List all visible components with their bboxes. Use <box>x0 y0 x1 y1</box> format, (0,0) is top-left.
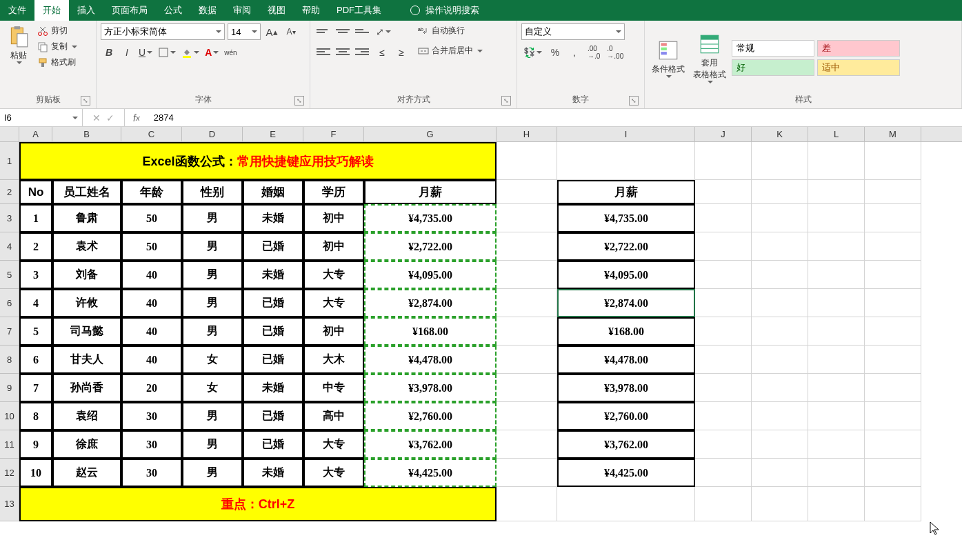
table-cell[interactable]: 30 <box>121 402 182 430</box>
table-cell[interactable]: 50 <box>121 232 182 261</box>
table-cell-i[interactable]: ¥4,735.00 <box>557 204 695 232</box>
table-cell[interactable]: 30 <box>121 430 182 459</box>
indent-decrease-button[interactable]: ≤ <box>374 44 390 61</box>
table-cell[interactable]: 9 <box>19 430 52 459</box>
tell-me-search[interactable]: 操作说明搜索 <box>410 0 479 21</box>
cell[interactable] <box>695 430 752 459</box>
cell[interactable] <box>808 487 865 521</box>
cell[interactable] <box>497 180 557 204</box>
row-header-13[interactable]: 13 <box>0 487 19 521</box>
tab-layout[interactable]: 页面布局 <box>103 0 156 21</box>
table-cell[interactable]: 中专 <box>303 374 364 402</box>
select-all-corner[interactable] <box>0 127 19 141</box>
row-header-7[interactable]: 7 <box>0 317 19 346</box>
col-header-I[interactable]: I <box>557 127 695 141</box>
table-cell-i[interactable]: ¥2,874.00 <box>557 289 695 317</box>
table-cell[interactable]: 大木 <box>303 346 364 374</box>
cell[interactable] <box>808 261 865 289</box>
table-cell[interactable]: 大专 <box>303 459 364 487</box>
cell[interactable] <box>497 374 557 402</box>
table-cell[interactable]: 赵云 <box>52 459 121 487</box>
table-cell[interactable]: 女 <box>182 374 243 402</box>
cell[interactable] <box>497 430 557 459</box>
cell[interactable] <box>752 374 808 402</box>
table-cell[interactable]: 6 <box>19 346 52 374</box>
increase-decimal-button[interactable]: .00→.0 <box>585 44 602 61</box>
table-cell-i[interactable]: ¥3,762.00 <box>557 430 695 459</box>
cell[interactable] <box>695 204 752 232</box>
table-cell-i[interactable]: ¥4,095.00 <box>557 261 695 289</box>
row-header-11[interactable]: 11 <box>0 430 19 459</box>
cell[interactable] <box>497 459 557 487</box>
table-cell-i[interactable]: ¥4,478.00 <box>557 346 695 374</box>
cell[interactable] <box>865 430 921 459</box>
decrease-decimal-button[interactable]: .0→.00 <box>605 44 625 61</box>
clipboard-dialog-launcher[interactable]: ⤡ <box>81 96 90 106</box>
table-cell[interactable]: 40 <box>121 317 182 346</box>
table-cell[interactable]: 40 <box>121 346 182 374</box>
align-top-button[interactable] <box>314 23 332 39</box>
table-cell-i[interactable]: ¥2,760.00 <box>557 402 695 430</box>
table-cell[interactable]: 20 <box>121 374 182 402</box>
cell[interactable] <box>497 402 557 430</box>
table-cell[interactable]: 4 <box>19 289 52 317</box>
table-cell[interactable]: 7 <box>19 374 52 402</box>
cell[interactable] <box>752 261 808 289</box>
font-name-select[interactable]: 方正小标宋简体 <box>101 23 225 40</box>
cell-style-neutral[interactable]: 适中 <box>817 59 900 76</box>
cell[interactable] <box>808 346 865 374</box>
table-cell[interactable]: ¥2,874.00 <box>364 289 497 317</box>
table-cell[interactable]: 50 <box>121 204 182 232</box>
conditional-format-button[interactable]: 条件格式 <box>649 37 688 79</box>
table-cell-i[interactable]: ¥3,978.00 <box>557 374 695 402</box>
table-cell[interactable]: 已婚 <box>243 430 303 459</box>
cell[interactable] <box>865 487 921 521</box>
worksheet[interactable]: ABCDEFGHIJKLM 1Excel函数公式：常用快捷键应用技巧解读2No员… <box>0 127 962 521</box>
cell[interactable] <box>695 261 752 289</box>
cancel-formula-button[interactable]: ✕ <box>92 112 101 123</box>
row-header-1[interactable]: 1 <box>0 142 19 180</box>
cell[interactable] <box>865 204 921 232</box>
cell[interactable] <box>752 204 808 232</box>
col-header-B[interactable]: B <box>52 127 121 141</box>
cell[interactable] <box>865 374 921 402</box>
tab-data[interactable]: 数据 <box>190 0 225 21</box>
col-header-M[interactable]: M <box>865 127 921 141</box>
table-cell[interactable]: 已婚 <box>243 232 303 261</box>
table-cell-i[interactable]: ¥4,425.00 <box>557 459 695 487</box>
table-cell[interactable]: 已婚 <box>243 317 303 346</box>
row-header-8[interactable]: 8 <box>0 346 19 374</box>
table-cell[interactable]: 未婚 <box>243 374 303 402</box>
table-cell[interactable]: 40 <box>121 261 182 289</box>
table-cell[interactable]: ¥4,095.00 <box>364 261 497 289</box>
table-cell[interactable]: 男 <box>182 204 243 232</box>
cell[interactable] <box>695 346 752 374</box>
phonetic-button[interactable]: wén <box>222 44 239 61</box>
table-cell[interactable]: 初中 <box>303 232 364 261</box>
row-header-4[interactable]: 4 <box>0 232 19 261</box>
indent-increase-button[interactable]: ≥ <box>393 44 410 61</box>
align-left-button[interactable] <box>314 44 332 59</box>
table-cell[interactable]: ¥168.00 <box>364 317 497 346</box>
merge-center-button[interactable]: 合并后居中 <box>417 43 484 58</box>
cell[interactable] <box>557 142 695 180</box>
comma-button[interactable]: , <box>566 44 583 61</box>
fx-icon[interactable]: fx <box>125 109 148 126</box>
cell[interactable] <box>865 289 921 317</box>
table-cell[interactable]: 许攸 <box>52 289 121 317</box>
border-button[interactable] <box>156 44 178 61</box>
table-cell[interactable]: 女 <box>182 346 243 374</box>
table-cell[interactable]: 徐庶 <box>52 430 121 459</box>
tab-pdf[interactable]: PDF工具集 <box>328 0 390 21</box>
cut-button[interactable]: 剪切 <box>36 23 79 38</box>
table-cell[interactable]: 10 <box>19 459 52 487</box>
font-size-select[interactable]: 14 <box>228 23 261 40</box>
table-cell-i[interactable]: ¥2,722.00 <box>557 232 695 261</box>
cell[interactable] <box>808 402 865 430</box>
cell[interactable] <box>695 317 752 346</box>
table-cell[interactable]: 2 <box>19 232 52 261</box>
table-cell[interactable]: 未婚 <box>243 204 303 232</box>
cell[interactable] <box>865 459 921 487</box>
cell-style-normal[interactable]: 常规 <box>732 40 814 57</box>
table-cell[interactable]: 3 <box>19 261 52 289</box>
